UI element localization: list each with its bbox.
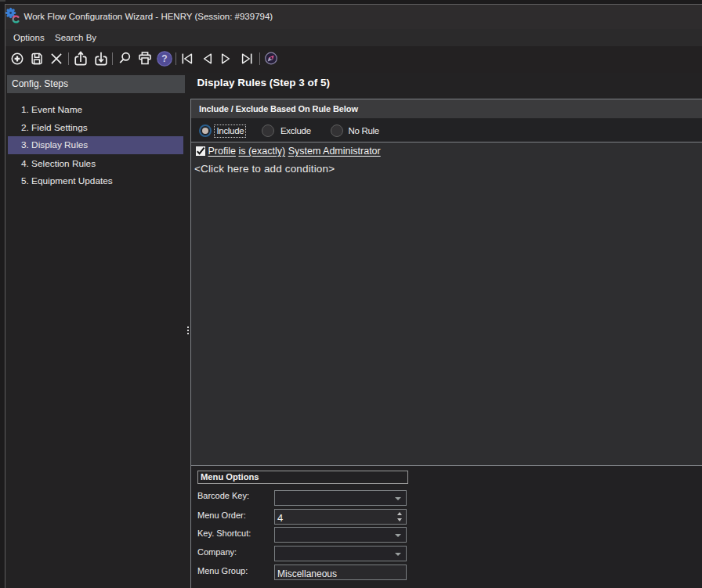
svg-text:?: ? [161, 53, 167, 64]
